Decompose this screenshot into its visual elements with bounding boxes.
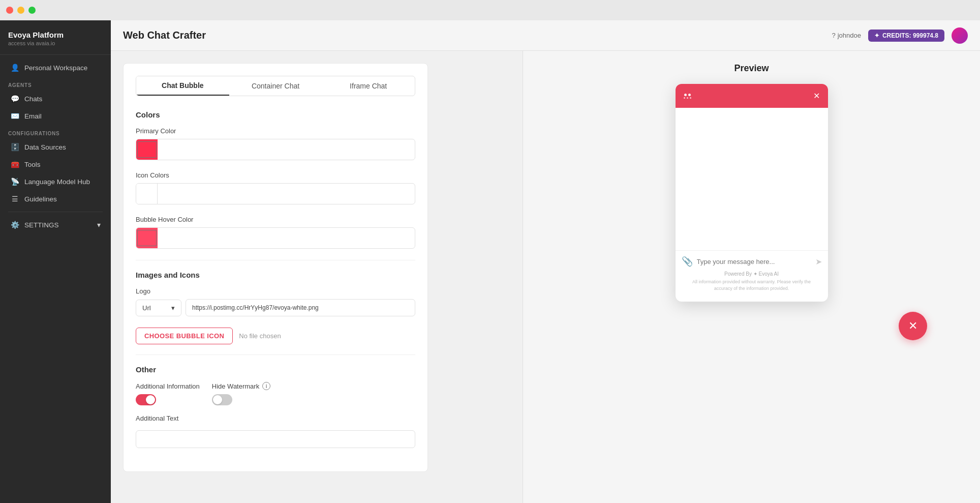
additional-info-toggle[interactable]: [136, 394, 156, 405]
dot: [688, 94, 691, 96]
preview-panel: Preview: [523, 51, 980, 503]
settings-left: ⚙️ SETTINGS: [10, 221, 59, 229]
sidebar-item-language-model-hub[interactable]: 📡 Language Model Hub: [2, 173, 109, 190]
dot: [687, 97, 688, 99]
sidebar-divider: [8, 212, 103, 212]
primary-color-text[interactable]: #FF2E4E: [158, 146, 415, 154]
primary-color-group: Primary Color #FF2E4E: [136, 127, 415, 160]
header: Web Chat Crafter ? johndoe ✦ CREDITS: 99…: [111, 20, 980, 51]
send-icon[interactable]: ➤: [815, 257, 822, 267]
chat-footer: 📎 ➤ Powered By ✦ Evoya AI All informatio…: [676, 250, 828, 302]
sidebar-item-tools[interactable]: 🧰 Tools: [2, 156, 109, 173]
sidebar-item-label: Chats: [24, 95, 42, 103]
close-button[interactable]: [6, 7, 13, 14]
chat-close-button[interactable]: ✕: [813, 91, 820, 101]
colors-section-title: Colors: [136, 110, 415, 119]
panel-card: Chat Bubble Container Chat Iframe Chat C…: [123, 63, 428, 472]
maximize-button[interactable]: [28, 7, 36, 14]
sidebar-item-personal-workspace[interactable]: 👤 Personal Workspace: [2, 59, 109, 76]
titlebar: [0, 0, 980, 20]
powered-by: Powered By ✦ Evoya AI: [682, 267, 822, 279]
logo-type-select[interactable]: Url ▾: [136, 300, 181, 316]
chat-header: ✕: [676, 84, 828, 108]
sidebar-item-label: Tools: [24, 161, 41, 168]
help-button[interactable]: ? johndoe: [832, 32, 861, 39]
brand: Evoya Platform access via avaia.io: [0, 20, 111, 55]
bubble-hover-color-swatch[interactable]: [136, 228, 158, 248]
logo-url-input[interactable]: [186, 299, 415, 316]
settings-icon: ⚙️: [10, 221, 19, 229]
chat-input-row: 📎 ➤: [682, 256, 822, 267]
primary-color-swatch[interactable]: [136, 139, 158, 160]
close-bubble-button[interactable]: ✕: [899, 312, 927, 340]
tab-chat-bubble[interactable]: Chat Bubble: [136, 76, 229, 96]
images-section-title: Images and Icons: [136, 271, 415, 279]
sidebar-item-data-sources[interactable]: 🗄️ Data Sources: [2, 138, 109, 156]
attach-icon[interactable]: 📎: [682, 256, 693, 267]
hub-icon: 📡: [10, 177, 19, 186]
chat-icon: 💬: [10, 95, 19, 103]
guidelines-icon: ☰: [10, 195, 19, 203]
hide-watermark-label: Hide Watermark i: [212, 382, 270, 390]
help-icon: ?: [832, 32, 835, 39]
tab-bar: Chat Bubble Container Chat Iframe Chat: [136, 76, 415, 96]
settings-label: SETTINGS: [24, 221, 59, 229]
hide-watermark-toggle[interactable]: [212, 394, 232, 405]
icon-color-swatch[interactable]: [136, 184, 158, 204]
chevron-down-icon: ▾: [171, 304, 175, 312]
credits-button[interactable]: ✦ CREDITS: 999974.8: [868, 29, 944, 42]
logo-type-value: Url: [142, 304, 151, 312]
chat-logo: [684, 94, 691, 99]
close-bubble-icon: ✕: [908, 319, 917, 333]
additional-info-group: Additional Information: [136, 382, 200, 405]
sidebar-item-email[interactable]: ✉️ Email: [2, 107, 109, 125]
chevron-down-icon: ▾: [97, 221, 101, 229]
minimize-button[interactable]: [17, 7, 24, 14]
sidebar-item-label: Language Model Hub: [24, 178, 90, 186]
logo-row: Url ▾: [136, 299, 415, 316]
left-panel: Chat Bubble Container Chat Iframe Chat C…: [111, 51, 523, 503]
icon-colors-label: Icon Colors: [136, 171, 415, 179]
sidebar-item-settings[interactable]: ⚙️ SETTINGS ▾: [2, 216, 109, 233]
primary-color-input-row: #FF2E4E: [136, 139, 415, 160]
bubble-hover-color-group: Bubble Hover Color #FF4764: [136, 216, 415, 249]
bubble-hover-color-input-row: #FF4764: [136, 227, 415, 249]
app: Evoya Platform access via avaia.io 👤 Per…: [0, 20, 980, 503]
additional-text-input[interactable]: [136, 430, 415, 448]
info-icon[interactable]: i: [262, 382, 270, 390]
preview-area: ✕ 📎 ➤ Powered By ✦ Evoya AI All informat…: [535, 84, 968, 340]
tab-iframe-chat[interactable]: Iframe Chat: [322, 76, 415, 96]
sidebar-item-label: Email: [24, 112, 42, 120]
other-section-title: Other: [136, 365, 415, 374]
dot: [684, 97, 685, 99]
bubble-hover-color-text[interactable]: #FF4764: [158, 234, 415, 242]
tab-container-chat[interactable]: Container Chat: [229, 76, 322, 96]
bubble-icon-row: CHOOSE BUBBLE ICON No file chosen: [136, 328, 415, 344]
configurations-section-label: CONFIGURATIONS: [0, 125, 111, 138]
sidebar-nav: 👤 Personal Workspace AGENTS 💬 Chats ✉️ E…: [0, 55, 111, 503]
choose-bubble-icon-button[interactable]: CHOOSE BUBBLE ICON: [136, 328, 233, 344]
hide-watermark-group: Hide Watermark i: [212, 382, 270, 405]
disclaimer: All information provided without warrant…: [682, 279, 822, 297]
additional-text-group: Additional Text: [136, 415, 415, 448]
divider2: [136, 354, 415, 355]
sidebar: Evoya Platform access via avaia.io 👤 Per…: [0, 20, 111, 503]
chat-message-input[interactable]: [697, 258, 811, 265]
chat-body: [676, 108, 828, 250]
credits-label: CREDITS: 999974.8: [882, 32, 938, 39]
sidebar-item-guidelines[interactable]: ☰ Guidelines: [2, 190, 109, 208]
no-file-label: No file chosen: [239, 332, 281, 340]
logo-bottom-dots: [684, 97, 691, 99]
user-icon: 👤: [10, 64, 19, 72]
brand-sub: access via avaia.io: [8, 40, 103, 46]
bubble-hover-color-label: Bubble Hover Color: [136, 216, 415, 223]
additional-text-label: Additional Text: [136, 415, 415, 422]
icon-color-text[interactable]: #FFFFFF: [158, 190, 415, 198]
sidebar-item-label: Data Sources: [24, 143, 66, 151]
username-label: johndoe: [838, 32, 861, 39]
toggles-row: Additional Information Hide Watermark i: [136, 382, 415, 405]
sidebar-item-chats[interactable]: 💬 Chats: [2, 90, 109, 107]
database-icon: 🗄️: [10, 143, 19, 151]
primary-color-label: Primary Color: [136, 127, 415, 135]
avatar[interactable]: [952, 27, 968, 44]
